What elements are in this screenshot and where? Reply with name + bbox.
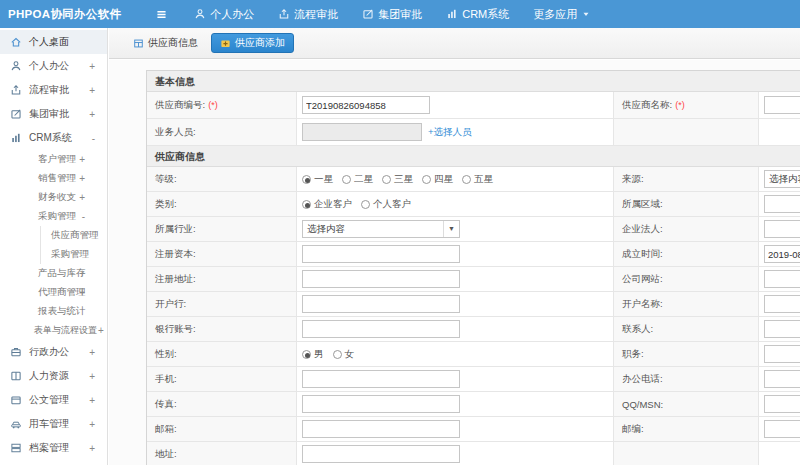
text-input[interactable] (302, 370, 460, 388)
text-input[interactable] (302, 395, 460, 413)
text-input[interactable] (764, 295, 800, 313)
expand-plus-icon[interactable]: + (79, 154, 85, 165)
text-input[interactable] (764, 370, 800, 388)
field-label-cell: 注册资本: (147, 242, 297, 266)
text-input[interactable] (302, 245, 460, 263)
text-input[interactable] (302, 123, 422, 141)
menu-icon[interactable] (155, 8, 168, 21)
expand-plus-icon[interactable]: + (89, 395, 95, 406)
tab-1[interactable]: 供应商信息 (133, 36, 198, 50)
radio-option[interactable]: 个人客户 (361, 198, 411, 211)
sidebar-item-15[interactable]: 表单与流程设置+ (0, 321, 107, 340)
nav-item-3[interactable]: 集团审批 (362, 7, 422, 22)
select-input[interactable]: 选择内容▼ (302, 220, 460, 238)
radio-icon[interactable] (422, 175, 431, 184)
sidebar-item-2[interactable]: 个人办公+ (0, 54, 107, 78)
sidebar-item-5[interactable]: CRM系统- (0, 126, 107, 150)
expand-plus-icon[interactable]: + (89, 419, 95, 430)
radio-option[interactable]: 二星 (342, 173, 373, 186)
select-input[interactable]: 选择内容▼ (764, 170, 800, 188)
text-input[interactable] (764, 270, 800, 288)
radio-option[interactable]: 一星 (302, 173, 333, 186)
field-label-cell: 联系人: (614, 317, 759, 341)
radio-option[interactable]: 男 (302, 348, 324, 361)
radio-option[interactable]: 五星 (462, 173, 493, 186)
collapse-minus-icon[interactable]: - (82, 211, 85, 222)
text-input[interactable] (302, 445, 460, 463)
text-input[interactable] (302, 420, 460, 438)
text-input[interactable] (764, 345, 800, 363)
sidebar-item-16[interactable]: 行政办公+ (0, 340, 107, 364)
sidebar-item-14[interactable]: 报表与统计 (0, 302, 107, 321)
radio-icon[interactable] (302, 350, 311, 359)
field-label-cell: 注册地址: (147, 267, 297, 291)
select-person-link[interactable]: +选择人员 (428, 126, 472, 139)
form-row: 注册资本:成立时间: (147, 242, 800, 267)
sidebar-item-10[interactable]: 供应商管理 (40, 226, 107, 245)
sidebar-item-13[interactable]: 代理商管理+ (0, 283, 107, 302)
radio-icon[interactable] (302, 175, 311, 184)
radio-icon[interactable] (462, 175, 471, 184)
radio-icon[interactable] (361, 200, 370, 209)
sidebar-item-label: 行政办公 (29, 345, 69, 359)
text-input[interactable] (764, 420, 800, 438)
expand-plus-icon[interactable]: + (79, 268, 85, 279)
text-input[interactable] (764, 96, 800, 114)
sidebar-item-9[interactable]: 采购管理- (0, 207, 107, 226)
expand-plus-icon[interactable]: + (79, 173, 85, 184)
text-input[interactable] (764, 395, 800, 413)
expand-plus-icon[interactable]: + (98, 325, 104, 336)
nav-item-4[interactable]: CRM系统 (446, 7, 509, 22)
radio-icon[interactable] (333, 350, 342, 359)
expand-plus-icon[interactable]: + (89, 443, 95, 454)
expand-plus-icon[interactable]: + (79, 192, 85, 203)
text-input[interactable] (302, 270, 460, 288)
radio-icon[interactable] (382, 175, 391, 184)
nav-item-2[interactable]: 流程审批 (278, 7, 338, 22)
radio-option[interactable]: 女 (333, 348, 355, 361)
sidebar-item-4[interactable]: 集团审批+ (0, 102, 107, 126)
radio-icon[interactable] (342, 175, 351, 184)
sidebar-item-3[interactable]: 流程审批+ (0, 78, 107, 102)
field-input-cell (297, 292, 614, 316)
field-label-cell: 开户行: (147, 292, 297, 316)
radio-icon[interactable] (302, 200, 311, 209)
expand-plus-icon[interactable]: + (89, 347, 95, 358)
expand-plus-icon[interactable]: + (89, 109, 95, 120)
sidebar-item-17[interactable]: 人力资源+ (0, 364, 107, 388)
flow-icon (278, 8, 290, 20)
sidebar-item-11[interactable]: 采购管理 (40, 245, 107, 264)
radio-option[interactable]: 企业客户 (302, 198, 352, 211)
text-input[interactable] (764, 220, 800, 238)
collapse-minus-icon[interactable]: - (92, 133, 95, 144)
radio-option[interactable]: 四星 (422, 173, 453, 186)
sidebar-item-20[interactable]: 档案管理+ (0, 436, 107, 460)
sidebar-item-8[interactable]: 财务收支+ (0, 188, 107, 207)
text-input[interactable] (764, 195, 800, 213)
expand-plus-icon[interactable]: + (89, 371, 95, 382)
sidebar-item-18[interactable]: 公文管理+ (0, 388, 107, 412)
nav-item-1[interactable]: 个人办公 (194, 7, 254, 22)
add-icon (220, 38, 231, 49)
text-input[interactable] (302, 96, 430, 114)
sidebar-item-1[interactable]: 个人桌面 (0, 30, 107, 54)
expand-plus-icon[interactable]: + (79, 287, 85, 298)
radio-option[interactable]: 三星 (382, 173, 413, 186)
expand-plus-icon[interactable]: + (89, 85, 95, 96)
sidebar-item-6[interactable]: 客户管理+ (0, 150, 107, 169)
form-row: 性别:男女职务: (147, 342, 800, 367)
text-input[interactable] (302, 320, 460, 338)
field-label: QQ/MSN: (622, 399, 663, 410)
text-input[interactable] (764, 245, 800, 263)
text-input[interactable] (302, 295, 460, 313)
field-label-cell: 职务: (614, 342, 759, 366)
nav-item-5[interactable]: 更多应用 (533, 7, 591, 22)
sidebar-item-7[interactable]: 销售管理+ (0, 169, 107, 188)
expand-plus-icon[interactable]: + (89, 61, 95, 72)
field-label: 注册资本: (155, 248, 196, 261)
tab-2[interactable]: 供应商添加 (211, 33, 294, 53)
field-label-cell: 所属行业: (147, 217, 297, 241)
text-input[interactable] (764, 320, 800, 338)
sidebar-item-19[interactable]: 用车管理+ (0, 412, 107, 436)
sidebar-item-12[interactable]: 产品与库存+ (0, 264, 107, 283)
